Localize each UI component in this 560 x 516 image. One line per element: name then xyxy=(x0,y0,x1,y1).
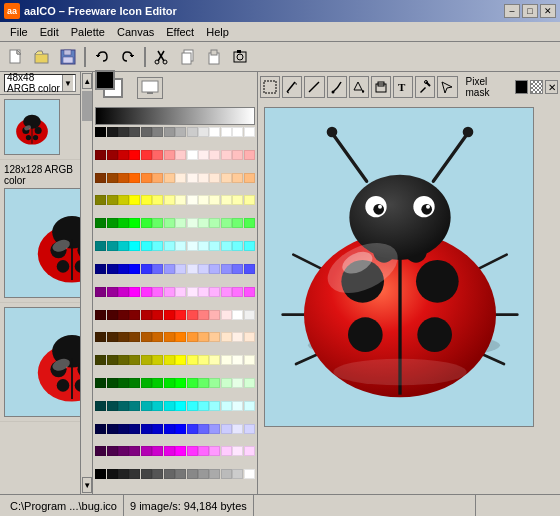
palette-color[interactable] xyxy=(95,355,106,365)
scroll-thumb[interactable] xyxy=(82,91,92,121)
list-item[interactable] xyxy=(0,95,80,160)
palette-color[interactable] xyxy=(232,355,243,365)
palette-color[interactable] xyxy=(118,424,129,434)
palette-color[interactable] xyxy=(141,332,152,342)
palette-color[interactable] xyxy=(198,127,209,137)
undo-button[interactable] xyxy=(90,46,114,68)
screen-mode-button[interactable] xyxy=(137,77,163,99)
palette-color[interactable] xyxy=(175,195,186,205)
pixel-mask-checker[interactable] xyxy=(530,80,543,94)
palette-color[interactable] xyxy=(95,401,106,411)
pixel-mask-black[interactable] xyxy=(515,80,528,94)
palette-color[interactable] xyxy=(221,195,232,205)
palette-color[interactable] xyxy=(198,173,209,183)
palette-color[interactable] xyxy=(152,195,163,205)
palette-color[interactable] xyxy=(198,469,209,479)
palette-color[interactable] xyxy=(244,150,255,160)
palette-color[interactable] xyxy=(141,287,152,297)
menu-palette[interactable]: Palette xyxy=(65,24,111,40)
palette-color[interactable] xyxy=(187,469,198,479)
palette-color[interactable] xyxy=(232,241,243,251)
palette-color[interactable] xyxy=(152,150,163,160)
palette-color[interactable] xyxy=(244,241,255,251)
palette-color[interactable] xyxy=(107,469,118,479)
palette-color[interactable] xyxy=(107,127,118,137)
palette-color[interactable] xyxy=(107,264,118,274)
palette-color[interactable] xyxy=(209,424,220,434)
icon-list[interactable]: 48x48 ARGB color ▼ xyxy=(0,72,80,494)
palette-color[interactable] xyxy=(141,469,152,479)
palette-color[interactable] xyxy=(129,127,140,137)
icon-size-selector[interactable]: 48x48 ARGB color ▼ xyxy=(0,72,80,95)
palette-color[interactable] xyxy=(187,264,198,274)
palette-color[interactable] xyxy=(118,469,129,479)
palette-color[interactable] xyxy=(221,287,232,297)
palette-color[interactable] xyxy=(198,378,209,388)
palette-color[interactable] xyxy=(118,218,129,228)
palette-color[interactable] xyxy=(164,355,175,365)
palette-color[interactable] xyxy=(152,218,163,228)
palette-color[interactable] xyxy=(244,195,255,205)
palette-color[interactable] xyxy=(152,469,163,479)
palette-color[interactable] xyxy=(221,469,232,479)
palette-color[interactable] xyxy=(118,401,129,411)
palette-color[interactable] xyxy=(175,150,186,160)
save-button[interactable] xyxy=(56,46,80,68)
palette-color[interactable] xyxy=(244,401,255,411)
palette-color[interactable] xyxy=(118,150,129,160)
palette-color[interactable] xyxy=(164,446,175,456)
palette-color[interactable] xyxy=(95,424,106,434)
palette-color[interactable] xyxy=(209,469,220,479)
palette-color[interactable] xyxy=(244,218,255,228)
palette-color[interactable] xyxy=(141,378,152,388)
palette-color[interactable] xyxy=(198,355,209,365)
screenshot-button[interactable] xyxy=(228,46,252,68)
palette-color[interactable] xyxy=(187,150,198,160)
palette-color[interactable] xyxy=(232,287,243,297)
palette-color[interactable] xyxy=(244,446,255,456)
palette-color[interactable] xyxy=(95,150,106,160)
palette-color[interactable] xyxy=(107,287,118,297)
palette-color[interactable] xyxy=(221,150,232,160)
palette-color[interactable] xyxy=(221,127,232,137)
text-tool[interactable]: T xyxy=(393,76,413,98)
palette-color[interactable] xyxy=(187,355,198,365)
maximize-button[interactable]: □ xyxy=(522,4,538,18)
palette-color[interactable] xyxy=(129,287,140,297)
palette-color[interactable] xyxy=(164,332,175,342)
palette-color[interactable] xyxy=(164,424,175,434)
palette-color[interactable] xyxy=(152,378,163,388)
palette-color[interactable] xyxy=(187,127,198,137)
palette-color[interactable] xyxy=(152,332,163,342)
palette-color[interactable] xyxy=(152,310,163,320)
palette-color[interactable] xyxy=(175,127,186,137)
palette-color[interactable] xyxy=(209,401,220,411)
palette-color[interactable] xyxy=(141,424,152,434)
palette-color[interactable] xyxy=(221,378,232,388)
palette-color[interactable] xyxy=(198,150,209,160)
palette-color[interactable] xyxy=(244,310,255,320)
palette-color[interactable] xyxy=(141,355,152,365)
palette-color[interactable] xyxy=(198,195,209,205)
palette-color[interactable] xyxy=(232,332,243,342)
palette-color[interactable] xyxy=(209,150,220,160)
palette-color[interactable] xyxy=(129,241,140,251)
palette-color[interactable] xyxy=(198,446,209,456)
minimize-button[interactable]: – xyxy=(504,4,520,18)
palette-color[interactable] xyxy=(175,218,186,228)
palette-color[interactable] xyxy=(152,401,163,411)
palette-color[interactable] xyxy=(164,469,175,479)
line-tool[interactable] xyxy=(304,76,324,98)
palette-color[interactable] xyxy=(141,150,152,160)
palette-color[interactable] xyxy=(164,287,175,297)
scroll-down-btn[interactable]: ▼ xyxy=(82,477,92,493)
palette-color[interactable] xyxy=(152,287,163,297)
palette-color[interactable] xyxy=(244,127,255,137)
palette-color[interactable] xyxy=(198,310,209,320)
palette-color[interactable] xyxy=(221,218,232,228)
palette-color[interactable] xyxy=(175,446,186,456)
palette-color[interactable] xyxy=(141,241,152,251)
palette-color[interactable] xyxy=(209,355,220,365)
palette-color[interactable] xyxy=(232,150,243,160)
palette-color[interactable] xyxy=(107,173,118,183)
